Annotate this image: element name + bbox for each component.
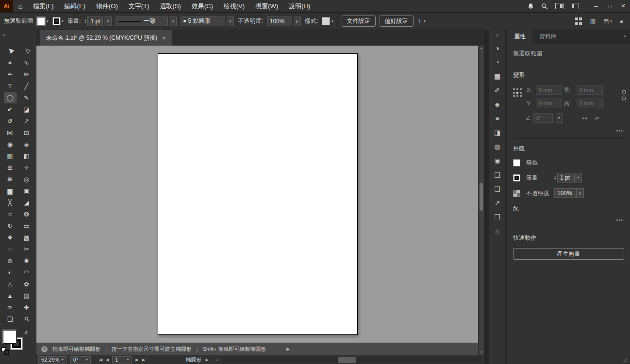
tab-properties[interactable]: 屬性 [507, 30, 532, 44]
ellipse-tool[interactable]: ◯ [4, 92, 16, 103]
grid-tool[interactable]: ▤ [21, 290, 33, 301]
zoom-tool[interactable]: ⚲ [18, 311, 34, 327]
rotation-select[interactable]: 0° ▾ [70, 356, 91, 364]
rotate-view-tool[interactable]: ↻ [4, 220, 16, 231]
previous-artboard-icon[interactable]: ◀ [106, 358, 108, 362]
twirl-tool[interactable]: ❂ [21, 209, 33, 219]
appearance-icon[interactable]: ◉ [489, 153, 505, 167]
mesh-tool[interactable]: ⊞ [4, 162, 16, 173]
width-field[interactable]: 0 mm [577, 85, 603, 95]
slice-tool[interactable]: ╳ [4, 197, 16, 208]
dock-layout-icon[interactable] [571, 3, 579, 9]
direct-selection-tool[interactable]: ▷ [18, 43, 34, 59]
crystallize-tool[interactable]: ✺ [21, 255, 33, 266]
illustrator-logo-icon[interactable]: Ai [0, 0, 13, 12]
pattern-tile-tool[interactable]: ▩ [21, 232, 33, 243]
close-icon[interactable]: × [162, 34, 166, 42]
width-profile-dropdown[interactable]: 一致 ▾ [116, 17, 177, 26]
live-paint-bucket-tool[interactable]: ◈ [21, 139, 33, 149]
reference-point-locator[interactable] [513, 88, 522, 108]
gradient-icon[interactable]: ◨ [489, 125, 505, 139]
horizontal-scrollbar[interactable] [222, 357, 481, 363]
chevron-right-icon[interactable]: › [294, 17, 301, 26]
default-fill-stroke-icon[interactable] [1, 347, 9, 354]
scroll-up-icon[interactable]: ▴ [479, 46, 484, 50]
spiral-tool[interactable]: ◌ [4, 244, 16, 254]
asset-export-icon[interactable]: ↗ [489, 196, 505, 210]
scale-tool[interactable]: ↗ [21, 116, 33, 126]
style-dropdown[interactable]: ▾ [322, 17, 333, 25]
resize-grip-icon[interactable]: ◿ [623, 357, 627, 362]
polar-grid-tool[interactable]: ⊕ [4, 255, 16, 266]
lasso-tool[interactable]: ∿ [21, 57, 33, 68]
menu-item-object[interactable]: 物件(O) [91, 0, 123, 12]
horizontal-scrollbar-thumb[interactable] [338, 357, 356, 363]
knife-tool[interactable]: ◢ [21, 197, 33, 208]
menu-item-help[interactable]: 說明(H) [283, 0, 315, 12]
warp-tool[interactable]: ≈ [4, 209, 16, 219]
stroke-weight-stepper[interactable]: ▴▾ 1 pt ▾ [84, 17, 112, 26]
menu-item-view[interactable]: 檢視(V) [218, 0, 250, 12]
selection-tool[interactable]: ▶ [2, 43, 18, 59]
symbol-shifter-tool[interactable]: ❖ [4, 232, 16, 243]
maximize-button[interactable]: □ [603, 0, 616, 13]
transparency-icon[interactable]: ◍ [489, 139, 505, 153]
eyedropper-tool[interactable]: ✧ [21, 162, 33, 173]
chevron-down-icon[interactable]: ▾ [556, 113, 563, 123]
menu-item-type[interactable]: 文字(T) [123, 0, 155, 12]
close-button[interactable]: ✕ [616, 0, 630, 13]
home-icon[interactable]: ⌂ [13, 2, 28, 10]
flip-horizontal-icon[interactable]: ▸◂ [582, 116, 587, 120]
workspace-switch-icon[interactable] [555, 3, 564, 9]
first-artboard-icon[interactable]: |◀ [99, 358, 102, 362]
swap-fill-stroke-icon[interactable]: ⇄ [23, 330, 29, 335]
opacity-field[interactable]: 100% [554, 188, 577, 198]
stroke-weight-field[interactable]: 1 pt [557, 173, 575, 182]
minimize-button[interactable]: ─ [589, 0, 603, 13]
preferences-button[interactable]: 偏好設定 [380, 16, 414, 27]
height-field[interactable]: 0 mm [577, 99, 603, 108]
artboard[interactable] [158, 53, 358, 335]
chevron-down-icon[interactable]: ▾ [575, 173, 582, 182]
stroke-icon[interactable]: ≡ [489, 111, 505, 125]
stroke-color-dropdown[interactable]: ▾ [52, 17, 64, 25]
rotation-field[interactable]: 0° [533, 113, 553, 123]
menu-item-effect[interactable]: 效果(C) [186, 0, 218, 12]
constrain-proportions-icon[interactable] [621, 89, 627, 103]
magic-wand-tool[interactable]: ✶ [4, 57, 16, 68]
x-field[interactable]: 0 mm [536, 85, 562, 95]
vertical-scrollbar-thumb[interactable] [480, 183, 483, 211]
print-tiling-tool[interactable]: ❏ [4, 314, 16, 324]
perspective-grid-tool[interactable]: ▦ [4, 150, 16, 161]
document-rows-icon[interactable]: ▥ [590, 18, 596, 25]
hint-next-icon[interactable]: ▶ [286, 347, 290, 351]
rotate-tool[interactable]: ↺ [4, 116, 16, 126]
stroke-weight-value[interactable]: 1 pt [87, 17, 103, 26]
layers-icon[interactable]: ❏ [489, 182, 505, 196]
stepper-arrows-icon[interactable]: ▴▾ [84, 19, 86, 24]
artboards-icon[interactable]: ❐ [489, 210, 505, 224]
chevron-down-icon[interactable]: ▾ [169, 17, 177, 26]
scissors-tool[interactable]: ✂ [21, 244, 33, 254]
generate-vector-button[interactable]: 產生向量 [513, 248, 624, 260]
gradient-tool[interactable]: ◧ [21, 150, 33, 161]
app-grid-icon[interactable] [575, 17, 582, 25]
symbols-icon[interactable]: ♣ [489, 97, 505, 111]
color-guide-icon[interactable]: ◔ [489, 55, 505, 69]
artboard-tool[interactable]: ▣ [21, 185, 33, 196]
stroke-color-swatch[interactable] [513, 174, 520, 182]
document-tab[interactable]: 未命名-1.ai* @ 52.29 % (CMYK/CPU 預視) × [40, 30, 172, 46]
help-icon[interactable]: ? [41, 346, 48, 352]
chevron-right-icon[interactable]: › [577, 188, 584, 198]
symbol-sprayer-tool[interactable]: ❋ [4, 174, 16, 184]
blend-tool[interactable]: ◎ [21, 174, 33, 184]
paintbrush-tool[interactable]: ✎ [21, 92, 33, 103]
libraries-icon[interactable]: ⌂ [489, 224, 505, 238]
bell-icon[interactable] [528, 3, 534, 10]
bloat-tool[interactable]: ◐ [4, 267, 16, 278]
color-icon[interactable]: ◑ [489, 41, 505, 55]
search-icon[interactable] [541, 3, 548, 10]
pen-tool[interactable]: ✒ [4, 69, 16, 80]
artboard-number-select[interactable]: 1 ▾ [112, 356, 132, 364]
align-dropdown[interactable]: ⊥ ▾ [417, 18, 426, 25]
